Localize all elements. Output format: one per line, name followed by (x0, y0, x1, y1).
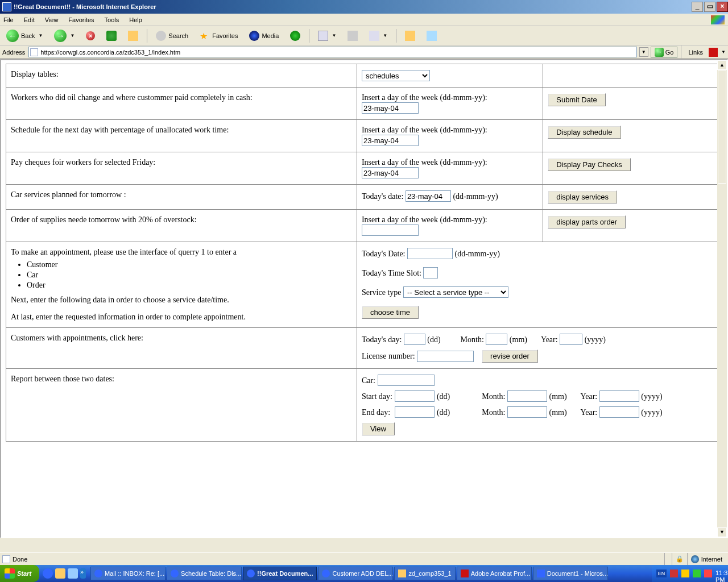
start-month-input[interactable] (507, 390, 547, 402)
history-button[interactable] (286, 29, 304, 43)
ql-ie-icon[interactable] (43, 568, 53, 579)
menu-favorites[interactable]: Favorites (68, 16, 94, 23)
menu-help[interactable]: Help (129, 16, 142, 23)
row4-date-input[interactable] (362, 167, 419, 178)
url-text: https://corwgl.cs.concordia.ca/zdc353_1/… (40, 49, 180, 56)
stop-button[interactable]: × (82, 30, 99, 42)
end-day-input[interactable] (395, 406, 435, 418)
todays-date-label: Today's Date: (362, 250, 406, 258)
search-button[interactable]: Search (152, 29, 192, 43)
close-button[interactable]: × (717, 2, 728, 12)
forward-button[interactable]: →▼ (50, 28, 78, 44)
row3-hint: Insert a day of the week (dd-mmm-yy): (362, 126, 538, 135)
folder-icon (405, 31, 415, 41)
ql-desktop-icon[interactable] (68, 568, 78, 579)
chevron-down-icon[interactable]: ▼ (332, 33, 336, 38)
restore-button[interactable]: ▭ (704, 2, 715, 12)
todays-date-input[interactable] (407, 248, 453, 259)
table-row: Display tables: schedules (6, 64, 722, 88)
back-button[interactable]: ← Back▼ (2, 28, 47, 44)
r9-dd2: (dd) (437, 408, 450, 417)
scroll-up-button[interactable]: ▲ (717, 60, 727, 70)
task-great-document[interactable]: !!Great Documen... (243, 567, 317, 580)
r8-year-input[interactable] (560, 334, 582, 345)
messenger-button[interactable] (423, 29, 441, 43)
chevron-down-icon[interactable]: ▼ (38, 33, 43, 38)
mail-button[interactable]: ▼ (314, 29, 340, 43)
table-row: Pay cheques foir workers for selected Fr… (6, 152, 722, 185)
display-parts-order-button[interactable]: display parts order (548, 215, 626, 228)
favorites-button[interactable]: ★Favorites (196, 29, 242, 43)
go-button[interactable]: →Go (651, 47, 678, 58)
ql-outlook-icon[interactable] (55, 568, 65, 579)
menu-view[interactable]: View (45, 16, 59, 23)
refresh-icon (106, 31, 117, 41)
menu-tools[interactable]: Tools (105, 16, 119, 23)
clock[interactable]: 11:37 PM (715, 569, 723, 577)
tray-icon[interactable] (704, 569, 712, 577)
car-input[interactable] (378, 375, 435, 386)
tray-icon[interactable] (670, 569, 678, 577)
task-folder[interactable]: zd_comp353_1 (394, 567, 455, 580)
task-customer[interactable]: Customer ADD DEL... (318, 567, 393, 580)
chevron-down-icon[interactable]: ▼ (721, 49, 726, 55)
pdf-icon[interactable] (709, 48, 718, 57)
edit-button[interactable]: ▼ (365, 29, 391, 43)
lang-indicator[interactable]: EN (656, 569, 667, 577)
time-slot-input[interactable] (423, 267, 438, 278)
quick-launch: » (39, 568, 89, 579)
r8-day-input[interactable] (404, 334, 425, 345)
revise-order-button[interactable]: revise order (482, 350, 538, 363)
row6-hint: Insert a day of the week (dd-mmm-yy): (362, 215, 538, 225)
start-day-input[interactable] (395, 390, 435, 402)
ql-more-icon[interactable]: » (80, 568, 86, 579)
submit-date-button[interactable]: Submit Date (548, 93, 606, 106)
display-schedule-button[interactable]: Display schedule (548, 126, 621, 139)
mail-icon (318, 31, 328, 41)
row4-hint: Insert a day of the week (dd-mmm-yy): (362, 158, 538, 167)
minimize-button[interactable]: _ (692, 2, 703, 12)
row5-date-input[interactable] (406, 190, 451, 202)
chevron-down-icon[interactable]: ▼ (383, 33, 387, 38)
task-acrobat[interactable]: Adobe Acrobat Prof... (457, 567, 532, 580)
end-month-input[interactable] (507, 406, 547, 418)
print-button[interactable] (344, 29, 362, 43)
menu-file[interactable]: File (3, 16, 14, 23)
address-dropdown[interactable]: ▼ (639, 47, 648, 57)
toolbar: ← Back▼ →▼ × Search ★Favorites Media ▼ ▼ (0, 26, 728, 45)
row6-date-input[interactable] (362, 225, 419, 236)
choose-time-button[interactable]: choose time (362, 306, 419, 319)
url-box[interactable]: https://corwgl.cs.concordia.ca/zdc353_1/… (28, 47, 636, 57)
scroll-down-button[interactable]: ▼ (717, 527, 727, 537)
start-button[interactable]: Start (0, 565, 39, 582)
task-mail[interactable]: Mail :: INBOX: Re: [... (90, 567, 166, 580)
display-services-button[interactable]: display services (548, 190, 617, 203)
service-type-select[interactable]: -- Select a service type -- (403, 286, 508, 298)
task-schedule[interactable]: Schedule Table: Dis... (167, 567, 242, 580)
refresh-button[interactable] (102, 29, 121, 43)
license-number-input[interactable] (417, 351, 474, 362)
end-year-input[interactable] (599, 406, 639, 418)
menu-edit[interactable]: Edit (24, 16, 35, 23)
scroll-thumb[interactable] (718, 70, 726, 184)
folder-button[interactable] (401, 29, 419, 43)
row3-date-input[interactable] (362, 135, 419, 146)
row2-date-input[interactable] (362, 102, 419, 114)
chevron-down-icon[interactable]: ▼ (70, 33, 75, 38)
messenger-icon (427, 31, 437, 41)
task-word[interactable]: Document1 - Micros... (533, 567, 608, 580)
tray-icon[interactable] (681, 569, 689, 577)
display-pay-checks-button[interactable]: Display Pay Checks (548, 158, 631, 171)
ie-icon (322, 569, 330, 577)
word-icon (537, 569, 545, 577)
links-button[interactable]: Links (685, 48, 706, 56)
r8-month-input[interactable] (486, 334, 507, 345)
media-button[interactable]: Media (245, 29, 283, 43)
home-button[interactable] (124, 29, 142, 43)
history-icon (290, 31, 300, 41)
vertical-scrollbar[interactable]: ▲ ▼ (717, 60, 727, 537)
display-tables-select[interactable]: schedules (362, 70, 430, 81)
start-year-input[interactable] (599, 390, 639, 402)
view-button[interactable]: View (362, 422, 395, 435)
tray-icon[interactable] (693, 569, 701, 577)
